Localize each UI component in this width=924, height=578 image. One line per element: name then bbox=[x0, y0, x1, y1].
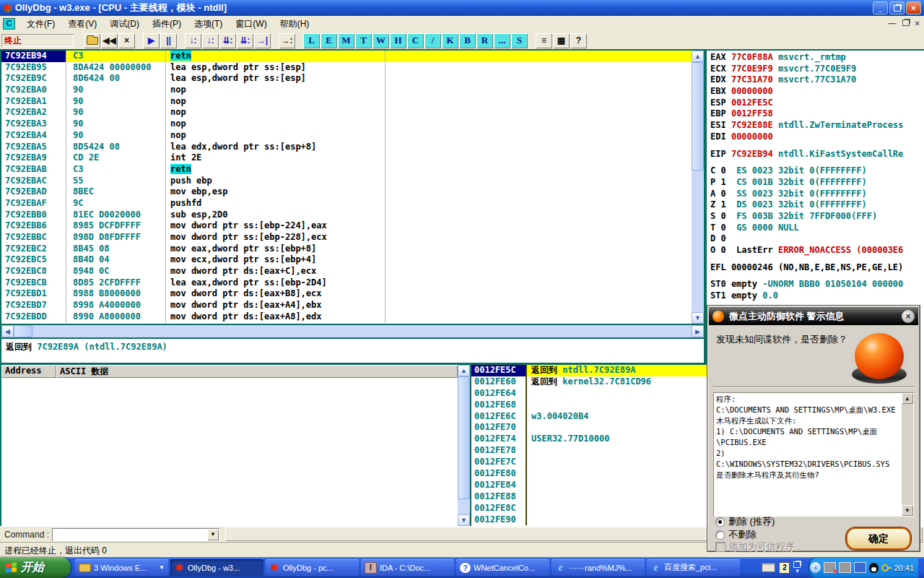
disasm-row[interactable]: 7C92EBCB8D85 2CFDFFFFlea eax,dword ptr s… bbox=[1, 277, 692, 289]
memory-layout-button[interactable]: ▦ bbox=[553, 33, 570, 48]
go-to-button[interactable]: →: bbox=[279, 33, 295, 48]
pane-button-K[interactable]: K bbox=[442, 33, 458, 48]
disasm-row[interactable]: 7C92EBA58D5424 08lea edx,dword ptr ss:[e… bbox=[1, 142, 692, 153]
radio-delete-selected-icon[interactable] bbox=[716, 518, 724, 526]
disasm-row[interactable]: 7C92EBBC898D D8FDFFFFmov dword ptr ss:[e… bbox=[1, 232, 692, 243]
pane-button-M[interactable]: M bbox=[338, 33, 354, 48]
pane-button-L[interactable]: L bbox=[303, 33, 320, 48]
scroll-down-icon[interactable]: ▼ bbox=[902, 505, 913, 516]
disasm-row[interactable]: 7C92EBB68985 DCFDFFFFmov dword ptr ss:[e… bbox=[1, 220, 692, 232]
dialog-title-bar[interactable]: 微点主动防御软件 警示信息 × bbox=[709, 307, 918, 325]
scroll-thumb[interactable] bbox=[458, 376, 470, 499]
scroll-right-icon[interactable]: ▶ bbox=[692, 325, 704, 337]
menu-item-插[interactable]: 插件(P) bbox=[146, 17, 188, 31]
taskbar-item[interactable]: ✱OllyDbg - w3... bbox=[170, 559, 263, 576]
disasm-row[interactable]: 7C92EBA290nop bbox=[1, 107, 692, 118]
disasm-row[interactable]: 7C92EBAF9Cpushfd bbox=[1, 198, 692, 210]
cpu-window-icon[interactable]: C bbox=[3, 18, 15, 30]
execute-till-return-button[interactable]: →| bbox=[254, 33, 271, 48]
pane-button-slash[interactable]: / bbox=[424, 33, 441, 48]
taskbar-item[interactable]: e百度搜索_pci... bbox=[647, 559, 740, 576]
animate-into-button[interactable]: ⇊: bbox=[219, 33, 236, 48]
disassembly-vscrollbar[interactable]: ▲ ▼ bbox=[692, 51, 704, 324]
taskbar-item[interactable]: ?WNetCancelCo... bbox=[456, 559, 549, 576]
help-button[interactable]: ? bbox=[570, 33, 587, 48]
command-input[interactable]: ▼ bbox=[52, 528, 219, 541]
chevron-down-icon[interactable]: ▼ bbox=[207, 529, 219, 540]
disasm-row[interactable]: 7C92EBC88948 0Cmov dword ptr ds:[eax+C],… bbox=[1, 266, 692, 277]
ok-button[interactable]: 确定 bbox=[846, 527, 911, 550]
step-over-button[interactable]: ↓: bbox=[202, 33, 219, 48]
disasm-row[interactable]: 7C92EBDD8990 A8000000mov dword ptr ds:[e… bbox=[1, 311, 692, 323]
dump-pane[interactable]: Address ASCII 数据 bbox=[1, 365, 458, 526]
radio-keep-row[interactable]: 不删除 bbox=[716, 528, 757, 541]
disasm-row[interactable]: 7C92EBA190nop bbox=[1, 96, 692, 108]
pane-button-W[interactable]: W bbox=[372, 33, 389, 48]
disasm-row[interactable]: 7C92EB958DA424 00000000lea esp,dword ptr… bbox=[1, 62, 692, 74]
disasm-row[interactable]: 7C92EBA390nop bbox=[1, 118, 692, 130]
ime-indicator-icon[interactable]: 2 bbox=[779, 562, 790, 574]
pane-button-E[interactable]: E bbox=[321, 33, 337, 48]
radio-delete-row[interactable]: 删除 (推荐) bbox=[716, 515, 775, 528]
scroll-down-icon[interactable]: ▼ bbox=[458, 514, 470, 526]
menu-item-调[interactable]: 调试(D) bbox=[103, 17, 146, 31]
taskbar-item[interactable]: 3 Windows E...▼ bbox=[75, 559, 168, 576]
menu-item-窗[interactable]: 窗口(W) bbox=[229, 17, 273, 31]
disasm-row[interactable]: 7C92EBB081EC D0020000sub esp,2D0 bbox=[1, 210, 692, 221]
run-button[interactable]: ▶ bbox=[143, 33, 160, 48]
radio-keep-icon[interactable] bbox=[716, 531, 724, 539]
chevron-left-icon[interactable]: ‹ bbox=[810, 562, 821, 573]
mdi-restore-button[interactable] bbox=[902, 19, 910, 27]
menu-item-帮[interactable]: 帮助(H) bbox=[274, 17, 316, 31]
close-target-button[interactable]: × bbox=[118, 33, 135, 48]
pane-button-H[interactable]: H bbox=[390, 33, 406, 48]
menu-item-查[interactable]: 查看(V) bbox=[61, 17, 103, 31]
dialog-details-box[interactable]: 程序:C:\DOCUMENTS AND SETTINGS\MP\桌面\W3.EX… bbox=[713, 392, 914, 517]
close-button[interactable]: × bbox=[906, 1, 921, 14]
disassembly-pane[interactable]: 7C92EB94C3retn7C92EB958DA424 00000000lea… bbox=[1, 51, 692, 324]
restore-desktop-icon[interactable]: ▾ bbox=[793, 561, 801, 574]
dump-vscrollbar[interactable]: ▲ ▼ bbox=[458, 365, 470, 526]
scroll-up-icon[interactable]: ▲ bbox=[458, 365, 470, 376]
taskbar-item[interactable]: IIDA - C:\Doc... bbox=[361, 559, 454, 576]
mdi-close-button[interactable]: × bbox=[915, 19, 920, 27]
network-error-icon[interactable] bbox=[824, 562, 836, 573]
minimize-button[interactable]: _ bbox=[873, 1, 888, 14]
dialog-details-scrollbar[interactable]: ▲ ▼ bbox=[902, 393, 913, 516]
disasm-row[interactable]: 7C92EBC28B45 08mov eax,dword ptr ss:[ebp… bbox=[1, 243, 692, 255]
menu-item-选[interactable]: 选项(T) bbox=[188, 17, 229, 31]
disasm-row[interactable]: 7C92EBA9CD 2Eint 2E bbox=[1, 152, 692, 164]
menu-item-文[interactable]: 文件(F) bbox=[20, 17, 61, 31]
disasm-row[interactable]: 7C92EBA490nop bbox=[1, 130, 692, 142]
pane-button-dots[interactable]: ... bbox=[494, 33, 510, 48]
pane-button-S[interactable]: S bbox=[511, 33, 528, 48]
password-key-icon[interactable] bbox=[881, 564, 889, 571]
scroll-thumb[interactable] bbox=[692, 62, 704, 171]
scroll-up-icon[interactable]: ▲ bbox=[692, 51, 704, 62]
restart-button[interactable]: ◀◀ bbox=[101, 33, 118, 48]
step-into-button[interactable]: ↓: bbox=[185, 33, 201, 48]
restore-button[interactable] bbox=[889, 1, 905, 14]
disasm-row[interactable]: 7C92EBC58B4D 04mov ecx,dword ptr ss:[ebp… bbox=[1, 254, 692, 266]
start-button[interactable]: 开始 bbox=[0, 557, 71, 578]
disasm-row[interactable]: 7C92EBD18988 B8000000mov dword ptr ds:[e… bbox=[1, 288, 692, 300]
network-icon[interactable] bbox=[854, 562, 866, 573]
windows-list-button[interactable]: ≡ bbox=[536, 33, 552, 48]
scroll-thumb[interactable] bbox=[14, 325, 32, 337]
disasm-row[interactable]: 7C92EB9C8D6424 00lea esp,dword ptr ss:[e… bbox=[1, 73, 692, 85]
display-settings-icon[interactable] bbox=[839, 562, 851, 573]
animate-over-button[interactable]: ⇊: bbox=[237, 33, 253, 48]
scroll-up-icon[interactable]: ▲ bbox=[902, 393, 913, 404]
keyboard-icon[interactable] bbox=[762, 563, 775, 572]
disasm-row[interactable]: 7C92EBAC55push ebp bbox=[1, 176, 692, 187]
disasm-row[interactable]: 7C92EB94C3retn bbox=[1, 51, 692, 62]
pane-button-B[interactable]: B bbox=[459, 33, 476, 48]
disasm-row[interactable]: 7C92EBD78998 A4000000mov dword ptr ds:[e… bbox=[1, 300, 692, 311]
qq-messenger-icon[interactable] bbox=[869, 563, 879, 573]
pane-button-C[interactable]: C bbox=[407, 33, 424, 48]
pause-button[interactable]: || bbox=[160, 33, 177, 48]
pane-button-R[interactable]: R bbox=[476, 33, 493, 48]
pane-button-T[interactable]: T bbox=[355, 33, 372, 48]
taskbar-item[interactable]: e······rand%MJ%... bbox=[552, 559, 645, 576]
disasm-row[interactable]: 7C92EBABC3retn bbox=[1, 164, 692, 176]
